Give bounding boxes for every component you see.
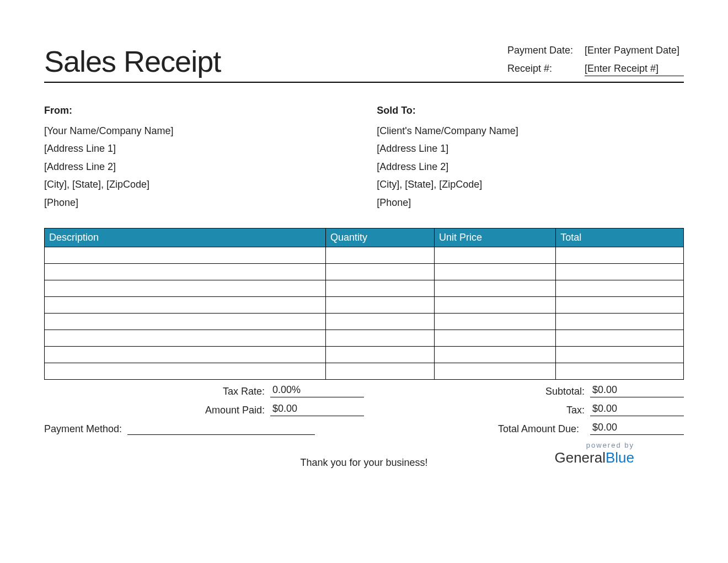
cell-total[interactable] <box>556 313 684 330</box>
table-row <box>45 363 684 379</box>
cell-unit-price[interactable] <box>434 280 555 296</box>
powered-by-badge: powered by GeneralBlue <box>554 441 634 466</box>
sold-to-city-state-zip[interactable]: [City], [State], [ZipCode] <box>377 176 684 193</box>
cell-quantity[interactable] <box>325 296 434 313</box>
cell-quantity[interactable] <box>325 280 434 296</box>
table-row <box>45 346 684 363</box>
sold-to-block: Sold To: [Client's Name/Company Name] [A… <box>377 105 684 211</box>
subtotal-label: Subtotal: <box>364 386 590 397</box>
brand-logo: GeneralBlue <box>554 449 634 466</box>
payment-date-value[interactable]: [Enter Payment Date] <box>585 45 684 56</box>
from-city-state-zip[interactable]: [City], [State], [ZipCode] <box>44 176 351 193</box>
sold-to-heading: Sold To: <box>377 105 684 116</box>
from-phone[interactable]: [Phone] <box>44 194 351 211</box>
cell-quantity[interactable] <box>325 247 434 263</box>
table-row <box>45 263 684 280</box>
col-header-total: Total <box>556 228 684 247</box>
cell-unit-price[interactable] <box>434 363 555 379</box>
receipt-number-value[interactable]: [Enter Receipt #] <box>585 63 684 76</box>
cell-total[interactable] <box>556 263 684 280</box>
amount-paid-label: Amount Paid: <box>44 405 270 416</box>
cell-description[interactable] <box>45 280 326 296</box>
cell-unit-price[interactable] <box>434 313 555 330</box>
cell-description[interactable] <box>45 247 326 263</box>
parties-section: From: [Your Name/Company Name] [Address … <box>44 105 684 211</box>
header: Sales Receipt Payment Date: [Enter Payme… <box>44 44 684 83</box>
cell-unit-price[interactable] <box>434 346 555 363</box>
cell-total[interactable] <box>556 296 684 313</box>
table-row <box>45 330 684 346</box>
tax-rate-label: Tax Rate: <box>44 386 270 397</box>
cell-total[interactable] <box>556 346 684 363</box>
page-title: Sales Receipt <box>44 44 221 78</box>
tax-label: Tax: <box>364 405 590 416</box>
cell-description[interactable] <box>45 330 326 346</box>
brand-general: General <box>554 449 606 466</box>
cell-description[interactable] <box>45 313 326 330</box>
totals-section: Tax Rate: 0.00% Subtotal: $0.00 Amount P… <box>44 384 684 416</box>
tax-rate-value[interactable]: 0.00% <box>270 384 364 397</box>
cell-total[interactable] <box>556 363 684 379</box>
from-address1[interactable]: [Address Line 1] <box>44 140 351 157</box>
col-header-quantity: Quantity <box>325 228 434 247</box>
sold-to-address2[interactable]: [Address Line 2] <box>377 158 684 176</box>
cell-total[interactable] <box>556 330 684 346</box>
cell-description[interactable] <box>45 263 326 280</box>
cell-quantity[interactable] <box>325 363 434 379</box>
receipt-number-label: Receipt #: <box>507 63 579 76</box>
payment-row: Payment Method: Total Amount Due: $0.00 <box>44 422 684 435</box>
cell-total[interactable] <box>556 280 684 296</box>
cell-description[interactable] <box>45 296 326 313</box>
col-header-unit-price: Unit Price <box>434 228 555 247</box>
payment-date-label: Payment Date: <box>507 45 579 56</box>
powered-by-label: powered by <box>554 441 634 449</box>
cell-quantity[interactable] <box>325 313 434 330</box>
tax-value: $0.00 <box>590 403 684 416</box>
receipt-meta: Payment Date: [Enter Payment Date] Recei… <box>507 45 684 78</box>
table-row <box>45 247 684 263</box>
sold-to-address1[interactable]: [Address Line 1] <box>377 140 684 157</box>
amount-paid-value[interactable]: $0.00 <box>270 403 364 416</box>
from-block: From: [Your Name/Company Name] [Address … <box>44 105 351 211</box>
subtotal-value: $0.00 <box>590 384 684 397</box>
sold-to-phone[interactable]: [Phone] <box>377 194 684 211</box>
cell-quantity[interactable] <box>325 263 434 280</box>
cell-unit-price[interactable] <box>434 296 555 313</box>
cell-quantity[interactable] <box>325 330 434 346</box>
from-name[interactable]: [Your Name/Company Name] <box>44 122 351 140</box>
payment-method-value[interactable] <box>127 423 315 435</box>
cell-description[interactable] <box>45 363 326 379</box>
table-row <box>45 313 684 330</box>
cell-unit-price[interactable] <box>434 263 555 280</box>
table-row <box>45 296 684 313</box>
from-heading: From: <box>44 105 351 116</box>
cell-quantity[interactable] <box>325 346 434 363</box>
brand-blue: Blue <box>606 449 634 466</box>
cell-unit-price[interactable] <box>434 330 555 346</box>
total-due-value: $0.00 <box>590 422 684 435</box>
line-items-table: Description Quantity Unit Price Total <box>44 228 684 380</box>
from-address2[interactable]: [Address Line 2] <box>44 158 351 176</box>
sold-to-name[interactable]: [Client's Name/Company Name] <box>377 122 684 140</box>
cell-description[interactable] <box>45 346 326 363</box>
total-due-label: Total Amount Due: <box>498 423 585 435</box>
cell-total[interactable] <box>556 247 684 263</box>
cell-unit-price[interactable] <box>434 247 555 263</box>
payment-method-label: Payment Method: <box>44 423 122 435</box>
col-header-description: Description <box>45 228 326 247</box>
table-row <box>45 280 684 296</box>
